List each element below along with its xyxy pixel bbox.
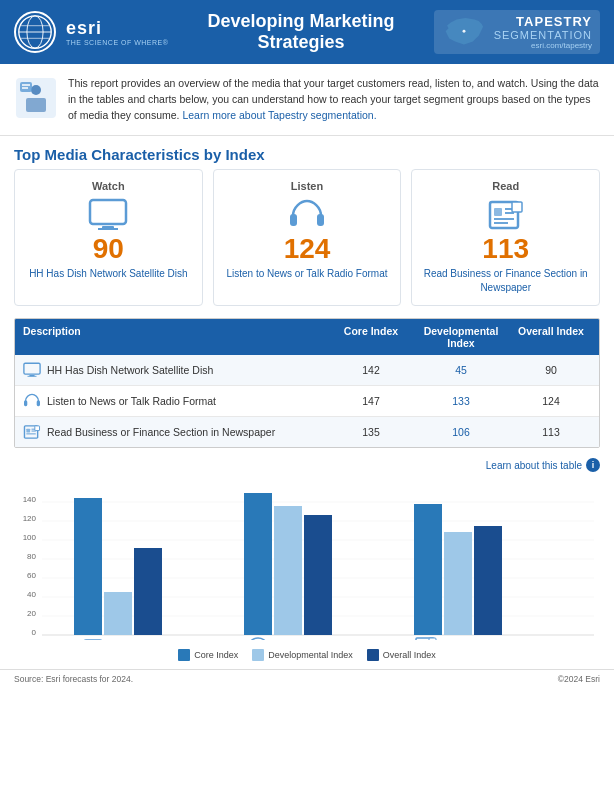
tapestry-text: TAPESTRY SEGMENTATION esri.com/tapestry (494, 14, 592, 50)
svg-rect-15 (290, 214, 297, 226)
row3-core: 135 (331, 426, 411, 438)
table-row: Read Business or Finance Section in News… (15, 417, 599, 447)
row1-dev: 45 (411, 364, 511, 376)
newspaper-row-icon (23, 424, 41, 440)
row1-core: 142 (331, 364, 411, 376)
chart-area: 0 20 40 60 80 100 120 140 (0, 480, 614, 643)
svg-point-5 (462, 30, 465, 33)
monitor-icon (88, 198, 128, 232)
esri-tagline: THE SCIENCE OF WHERE® (66, 39, 168, 46)
svg-rect-27 (24, 401, 27, 407)
bar-watch-dev (104, 592, 132, 635)
svg-rect-12 (90, 200, 126, 224)
bar-watch-core (74, 498, 102, 635)
section-title: Top Media Characteristics by Index (0, 136, 614, 169)
bar-read-dev (444, 532, 472, 635)
svg-text:0: 0 (32, 628, 37, 637)
svg-rect-23 (512, 202, 522, 212)
row2-dev: 133 (411, 395, 511, 407)
us-map-icon (442, 15, 486, 49)
learn-link-row: Learn about this table i (0, 454, 614, 480)
bar-chart: 0 20 40 60 80 100 120 140 (14, 480, 600, 640)
bar-listen-dev (274, 506, 302, 635)
svg-text:60: 60 (27, 571, 36, 580)
col-overall-index: Overall Index (511, 325, 591, 349)
card-watch: Watch 90 HH Has Dish Network Satellite D… (14, 169, 203, 306)
svg-rect-16 (317, 214, 324, 226)
svg-rect-28 (37, 401, 40, 407)
card-watch-label: Watch (25, 180, 192, 192)
table-row: HH Has Dish Network Satellite Dish 142 4… (15, 355, 599, 386)
card-read-desc: Read Business or Finance Section in News… (422, 267, 589, 295)
col-description: Description (23, 325, 331, 349)
bar-read-overall (474, 526, 502, 635)
legend-overall-color (367, 649, 379, 661)
newspaper-icon (488, 198, 524, 232)
bar-read-core (414, 504, 442, 635)
legend-core-label: Core Index (194, 650, 238, 660)
svg-rect-9 (20, 82, 32, 92)
table-header: Description Core Index Developmental Ind… (15, 319, 599, 355)
row1-desc: HH Has Dish Network Satellite Dish (23, 362, 331, 378)
svg-text:120: 120 (23, 514, 37, 523)
footer-copyright: ©2024 Esri (558, 674, 600, 684)
header-title: Developing Marketing Strategies (168, 11, 433, 53)
card-listen-label: Listen (224, 180, 391, 192)
data-table: Description Core Index Developmental Ind… (14, 318, 600, 448)
footer: Source: Esri forecasts for 2024. ©2024 E… (0, 669, 614, 688)
legend-core: Core Index (178, 649, 238, 661)
intro-text: This report provides an overview of the … (68, 76, 600, 123)
tapestry-badge: TAPESTRY SEGMENTATION esri.com/tapestry (434, 10, 600, 54)
intro-icon (14, 76, 58, 123)
learn-more-link[interactable]: Learn more about Tapestry segmentation. (182, 109, 376, 121)
card-watch-number: 90 (25, 235, 192, 263)
svg-text:140: 140 (23, 495, 37, 504)
tapestry-segmentation: SEGMENTATION (494, 29, 592, 41)
bar-listen-core (244, 493, 272, 635)
tapestry-url: esri.com/tapestry (494, 41, 592, 50)
bar-watch-overall (134, 548, 162, 635)
card-listen-desc: Listen to News or Talk Radio Format (224, 267, 391, 281)
col-dev-index: Developmental Index (411, 325, 511, 349)
row2-overall: 124 (511, 395, 591, 407)
legend-dev-color (252, 649, 264, 661)
card-listen-number: 124 (224, 235, 391, 263)
esri-logo (14, 11, 56, 53)
svg-text:80: 80 (27, 552, 36, 561)
info-icon: i (586, 458, 600, 472)
esri-brand-text: esri (66, 18, 168, 39)
footer-source: Source: Esri forecasts for 2024. (14, 674, 133, 684)
intro-section: This report provides an overview of the … (0, 64, 614, 136)
row2-core: 147 (331, 395, 411, 407)
row3-desc: Read Business or Finance Section in News… (23, 424, 331, 440)
card-read-number: 113 (422, 235, 589, 263)
svg-text:40: 40 (27, 590, 36, 599)
tapestry-brand: TAPESTRY (494, 14, 592, 29)
learn-about-table-link[interactable]: Learn about this table i (486, 458, 600, 472)
card-watch-desc: HH Has Dish Network Satellite Dish (25, 267, 192, 281)
card-read: Read 113 Read Business or Finance Sectio… (411, 169, 600, 306)
svg-rect-8 (26, 98, 46, 112)
bar-listen-overall (304, 515, 332, 635)
svg-point-7 (31, 85, 41, 95)
svg-rect-18 (494, 208, 502, 216)
headphone-icon (288, 198, 326, 232)
svg-rect-30 (26, 429, 30, 433)
legend-core-color (178, 649, 190, 661)
chart-legend: Core Index Developmental Index Overall I… (0, 649, 614, 661)
card-read-label: Read (422, 180, 589, 192)
card-listen: Listen 124 Listen to News or Talk Radio … (213, 169, 402, 306)
headphone-row-icon (23, 393, 41, 409)
legend-dev-label: Developmental Index (268, 650, 353, 660)
svg-rect-34 (35, 426, 40, 431)
svg-text:100: 100 (23, 533, 37, 542)
row1-overall: 90 (511, 364, 591, 376)
header: esri THE SCIENCE OF WHERE® Developing Ma… (0, 0, 614, 64)
legend-overall: Overall Index (367, 649, 436, 661)
legend-dev: Developmental Index (252, 649, 353, 661)
col-core-index: Core Index (331, 325, 411, 349)
svg-rect-61 (429, 638, 436, 640)
row2-desc: Listen to News or Talk Radio Format (23, 393, 331, 409)
table-row: Listen to News or Talk Radio Format 147 … (15, 386, 599, 417)
cards-row: Watch 90 HH Has Dish Network Satellite D… (0, 169, 614, 318)
